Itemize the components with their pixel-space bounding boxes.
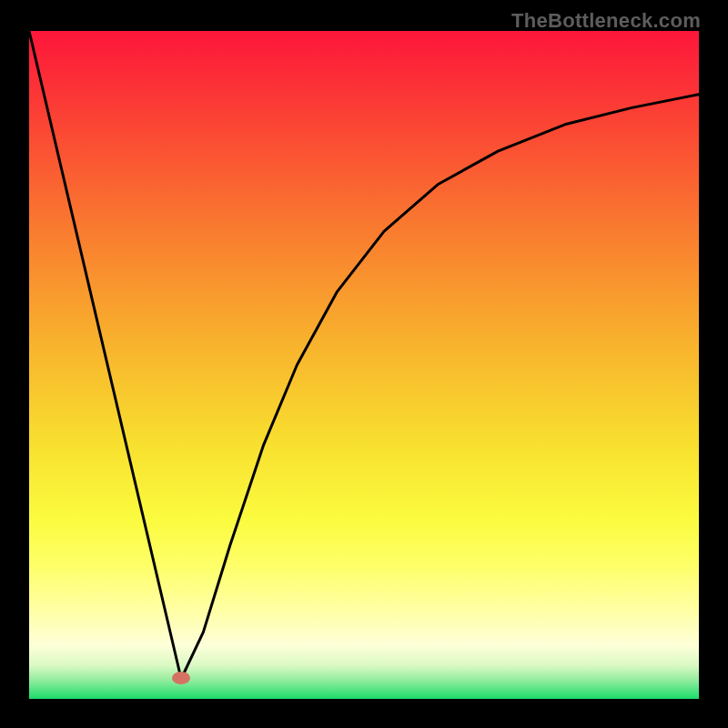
chart-frame: TheBottleneck.com (0, 0, 728, 728)
optimum-marker (172, 672, 190, 684)
bottleneck-curve (0, 0, 728, 728)
watermark: TheBottleneck.com (511, 9, 701, 33)
